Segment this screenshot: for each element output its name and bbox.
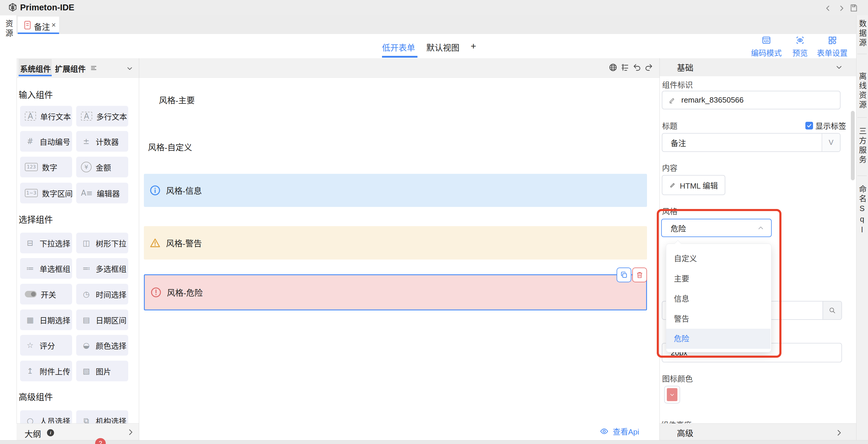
sidebar-item-named-sql[interactable]: 命名Sql: [856, 185, 868, 236]
save-icon[interactable]: [849, 3, 858, 12]
upload-icon: ↥: [25, 366, 35, 376]
form-settings-label: 表单设置: [816, 47, 848, 58]
nav-back-icon[interactable]: [824, 4, 833, 13]
tab-system-components[interactable]: 系统组件: [20, 63, 51, 74]
primeton-ide-window: Primeton-IDE 备注 × 资源 低开表单 默认视图 + 编码模式: [0, 0, 868, 444]
style-select[interactable]: 危险: [661, 219, 772, 237]
time-picker-icon: ◷: [81, 290, 92, 299]
redo-icon[interactable]: [644, 63, 653, 72]
inspector-scrollbar[interactable]: [851, 111, 855, 180]
copy-icon: [620, 271, 628, 279]
outline-expand-chevron-right-icon[interactable]: [126, 428, 135, 436]
component-list-menu-icon[interactable]: [90, 65, 97, 71]
close-tab-icon[interactable]: ×: [52, 21, 56, 30]
sidebar-item-datasource[interactable]: 数据源: [856, 20, 868, 48]
widget-remark-primary[interactable]: 风格-主要: [159, 94, 195, 106]
icon-color-picker[interactable]: [664, 386, 680, 404]
app-title: Primeton-IDE: [20, 3, 74, 12]
widget-remark-danger-selected[interactable]: 风格-危险: [144, 274, 647, 310]
style-option-primary[interactable]: 主要: [666, 269, 771, 289]
strip-divider: [857, 176, 867, 176]
alert-label: 风格-危险: [167, 287, 203, 298]
section-basic-title: 基础: [677, 61, 693, 73]
bottom-status-strip: [0, 440, 868, 444]
component-chip-switch[interactable]: 开关: [20, 284, 72, 304]
canvas-toolbar: [139, 58, 659, 78]
component-chip-currency[interactable]: ¥金额: [76, 157, 128, 177]
component-id-field[interactable]: [662, 91, 840, 109]
code-mode-button[interactable]: 编码模式: [750, 35, 783, 58]
section-advanced[interactable]: 高级: [660, 423, 856, 442]
tab-low-code-form[interactable]: 低开表单: [382, 41, 415, 53]
preview-button[interactable]: 预览: [791, 35, 809, 58]
group-title-select: 选择组件: [19, 213, 53, 225]
widget-remark-warning[interactable]: 风格-警告: [144, 226, 647, 260]
component-chip-number[interactable]: 123数字: [20, 157, 72, 177]
component-chip-editor[interactable]: A≡编辑器: [76, 183, 128, 203]
undo-icon[interactable]: [632, 63, 642, 72]
component-chip-time-picker[interactable]: ◷时间选择: [76, 284, 128, 304]
section-basic[interactable]: 基础: [660, 58, 856, 76]
add-view-button[interactable]: +: [471, 41, 476, 52]
component-chip-number-range[interactable]: 1~3数字区间: [20, 183, 72, 203]
form-settings-button[interactable]: 表单设置: [816, 35, 848, 58]
component-chip-tree-dropdown[interactable]: ◫树形下拉: [76, 233, 128, 253]
chip-label: 单行文本: [40, 111, 71, 122]
eye-icon: [600, 427, 609, 436]
content-label: 内容: [662, 162, 677, 173]
component-chip-single-line-text[interactable]: A单行文本: [20, 106, 72, 126]
search-icon[interactable]: [823, 301, 841, 319]
component-chip-date-range[interactable]: ▤日期区间: [76, 309, 128, 330]
tab-extension-components[interactable]: 扩展组件: [55, 63, 86, 74]
widget-remark-info[interactable]: 风格-信息: [144, 174, 647, 207]
component-chip-dropdown-select[interactable]: ⊟下拉选择: [20, 233, 72, 253]
style-option-danger-selected[interactable]: 危险: [666, 329, 771, 349]
sidebar-item-third-party-services[interactable]: 三方服务: [856, 127, 868, 165]
form-settings-icon: [828, 35, 837, 45]
style-option-warning[interactable]: 警告: [666, 309, 771, 329]
outline-tree-icon[interactable]: [621, 63, 629, 72]
checkbox-checked-icon[interactable]: [805, 122, 813, 129]
remark-doc-icon: [24, 21, 31, 30]
file-tab-label: 备注: [34, 21, 50, 32]
html-edit-label: HTML 编辑: [680, 180, 718, 191]
tab-default-view[interactable]: 默认视图: [426, 41, 459, 53]
variable-bind-button[interactable]: V: [822, 134, 840, 151]
component-chip-auto-number[interactable]: #自动编号: [20, 131, 72, 152]
component-chip-rate[interactable]: ☆评分: [20, 335, 72, 356]
component-chip-counter[interactable]: ±计数器: [76, 131, 128, 152]
component-chip-checkbox-group[interactable]: ≕多选框组: [76, 258, 128, 279]
component-chip-image[interactable]: ▧图片: [76, 361, 128, 381]
file-tab-remark[interactable]: 备注 ×: [18, 17, 59, 34]
i18n-globe-icon[interactable]: [609, 63, 617, 72]
component-chip-multi-line-text[interactable]: A多行文本: [76, 106, 128, 126]
component-chip-radio-group[interactable]: ≔单选框组: [20, 258, 72, 279]
left-resource-strip: [0, 16, 17, 444]
info-icon[interactable]: i: [47, 429, 54, 437]
component-chip-color-picker[interactable]: ◒颜色选择: [76, 335, 128, 356]
inspector-divider: [659, 58, 660, 444]
sidebar-item-resources[interactable]: 资源: [3, 20, 14, 38]
number-range-icon: 1~3: [25, 189, 38, 197]
delete-widget-button[interactable]: [632, 268, 647, 282]
view-api-button[interactable]: 查看Api: [600, 426, 639, 437]
chip-label: 数字区间: [42, 188, 73, 199]
html-edit-button[interactable]: HTML 编辑: [662, 175, 725, 195]
show-label-toggle[interactable]: 显示标签: [805, 120, 846, 131]
title-field[interactable]: V: [662, 133, 840, 152]
component-chip-date-picker[interactable]: ▦日期选择: [20, 309, 72, 330]
copy-widget-button[interactable]: [617, 268, 631, 282]
sidebar-item-offline-resources[interactable]: 离线资源: [856, 72, 868, 110]
style-option-custom[interactable]: 自定义: [666, 248, 771, 269]
app-header: Primeton-IDE: [0, 0, 868, 16]
title-input[interactable]: [670, 138, 822, 148]
chevron-up-icon: [757, 224, 765, 232]
style-option-info[interactable]: 信息: [666, 289, 771, 309]
chip-label: 金额: [96, 162, 111, 173]
component-id-label: 组件标识: [662, 79, 693, 90]
component-chip-upload[interactable]: ↥附件上传: [20, 361, 72, 381]
component-id-input[interactable]: [681, 95, 834, 105]
panel-collapse-chevron-down-icon[interactable]: [126, 65, 133, 72]
nav-forward-icon[interactable]: [837, 4, 846, 13]
widget-remark-custom[interactable]: 风格-自定义: [148, 141, 192, 153]
